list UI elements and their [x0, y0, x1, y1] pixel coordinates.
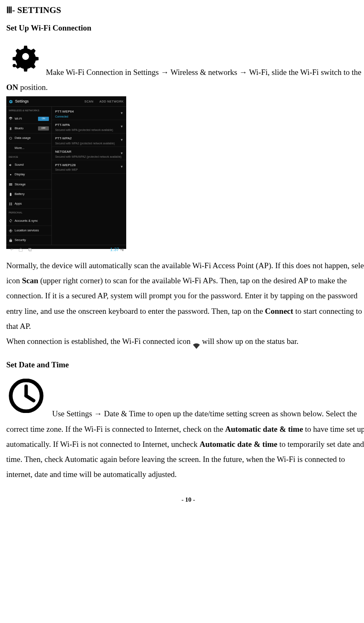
- network-name: PTT-WEP128: [55, 162, 123, 168]
- sidebar-item-display[interactable]: Display: [6, 170, 51, 179]
- text-bold: Scan: [22, 276, 38, 285]
- sidebar-item-location[interactable]: Location services: [6, 226, 51, 236]
- location-icon: [9, 229, 13, 233]
- wifi-body-paragraph-1: Normally, the device will automatically …: [6, 258, 364, 333]
- page-number: - 10 -: [6, 494, 364, 506]
- text-bold: ON: [6, 83, 18, 92]
- text-run: the Wi-Fi switch to the: [289, 68, 361, 77]
- sidebar-item-security[interactable]: Security: [6, 236, 51, 245]
- ss-add-network-button[interactable]: ADD NETWORK: [99, 100, 124, 103]
- text-bold: Automatic date & time: [199, 440, 277, 449]
- wifi-network-item[interactable]: PTT-WEP128 Secured with WEP ▾: [52, 160, 126, 174]
- text-run: Date & Time to open up the date/time set…: [102, 410, 280, 418]
- lock-icon: [9, 238, 13, 242]
- network-name: PTT-WEP64: [55, 108, 123, 115]
- sidebar-item-apps[interactable]: Apps: [6, 199, 51, 209]
- svg-rect-3: [10, 203, 10, 203]
- bluetooth-toggle[interactable]: OFF: [38, 126, 49, 131]
- sidebar-label: Data usage: [15, 135, 31, 141]
- sidebar-label: Accounts & sync: [15, 218, 38, 224]
- svg-rect-8: [29, 249, 31, 251]
- data-usage-icon: [9, 136, 13, 140]
- bluetooth-icon: [9, 127, 13, 131]
- text-run: When connection is established, the Wi-F…: [6, 337, 193, 346]
- sidebar-label: Apps: [15, 201, 22, 207]
- sidebar-item-battery[interactable]: Battery: [6, 190, 51, 199]
- back-icon[interactable]: [9, 247, 14, 252]
- sidebar-item-wifi[interactable]: Wi-Fi ON: [6, 114, 51, 124]
- svg-rect-6: [11, 204, 12, 205]
- wifi-connected-icon: [193, 339, 200, 345]
- arrow-icon: →: [94, 410, 102, 418]
- wifi-body-paragraph-2: When connection is established, the Wi-F…: [6, 334, 364, 349]
- network-status: Secured with WPA2 (protected network ava…: [55, 142, 123, 145]
- sidebar-label: Blueto: [15, 126, 23, 131]
- arrow-icon: →: [239, 68, 247, 77]
- page-title: Ⅲ- SETTINGS: [6, 4, 364, 16]
- text-run: Wireless & networks: [169, 68, 239, 77]
- wifi-network-item[interactable]: PTT-WPA Secured with WPA (protected netw…: [52, 120, 126, 133]
- wifi-network-item[interactable]: PTT-WEP64 Connected ▾: [52, 107, 126, 120]
- network-name: PTT-WPA2: [55, 135, 123, 141]
- sidebar-label: Security: [15, 237, 26, 243]
- sidebar-label: Battery: [15, 191, 25, 197]
- network-status: Secured with WPA/WPA2 (protected network…: [55, 155, 123, 159]
- svg-point-1: [10, 137, 12, 139]
- network-status: Secured with WPA (protected network avai…: [55, 128, 123, 132]
- wifi-signal-icon: ▾: [121, 163, 123, 170]
- sidebar-item-sound[interactable]: Sound: [6, 160, 51, 170]
- svg-point-2: [10, 174, 11, 175]
- network-status: Connected: [55, 115, 123, 118]
- arrow-icon: →: [161, 68, 169, 77]
- wifi-status-icon: ▾▮: [120, 247, 124, 252]
- text-bold: Automatic date & time: [225, 425, 303, 433]
- ss-scan-button[interactable]: SCAN: [84, 100, 93, 103]
- recents-icon[interactable]: [27, 247, 32, 252]
- text-bold: Connect: [265, 307, 293, 315]
- text-run: position.: [18, 83, 48, 92]
- sound-icon: [9, 163, 13, 167]
- sidebar-label: More...: [15, 145, 24, 151]
- sidebar-item-bluetooth[interactable]: Blueto OFF: [6, 124, 51, 133]
- battery-icon: [9, 192, 13, 196]
- datetime-paragraph: Use Settings → Date & Time to open up th…: [6, 379, 364, 482]
- apps-icon: [9, 202, 13, 206]
- sidebar-item-storage[interactable]: Storage: [6, 180, 51, 190]
- display-icon: [9, 173, 13, 177]
- wifi-setup-paragraph-1: Make Wi-Fi Connection in Settings → Wire…: [6, 44, 364, 95]
- sidebar-label: Wi-Fi: [15, 116, 22, 122]
- sidebar-label: Location services: [15, 228, 39, 233]
- settings-icon: [6, 44, 40, 77]
- wifi-network-item[interactable]: PTT-WPA2 Secured with WPA2 (protected ne…: [52, 133, 126, 147]
- sidebar-label: Sound: [15, 162, 24, 168]
- text-run: Make Wi-Fi Connection in Settings: [44, 68, 161, 77]
- wifi-network-item[interactable]: NETGEAR Secured with WPA/WPA2 (protected…: [52, 147, 126, 160]
- wifi-signal-icon: ▾: [121, 123, 123, 130]
- section-heading-wifi: Set Up Wi-Fi Connection: [6, 23, 364, 34]
- text-run: Use Settings: [50, 410, 94, 418]
- ss-time: 1:37 ▾▮: [110, 245, 124, 254]
- svg-rect-7: [28, 249, 31, 251]
- sidebar-item-accounts[interactable]: Accounts & sync: [6, 216, 51, 226]
- embedded-screenshot-settings: Settings SCAN ADD NETWORK WIRELESS & NET…: [6, 96, 126, 249]
- svg-point-0: [13, 64, 16, 67]
- network-status: Secured with WEP: [55, 168, 123, 172]
- svg-rect-5: [10, 204, 10, 205]
- ss-header: Settings SCAN ADD NETWORK: [6, 96, 126, 107]
- home-icon[interactable]: [18, 247, 23, 252]
- text-run: Wi-Fi, slide: [247, 68, 288, 77]
- svg-line-11: [26, 396, 34, 400]
- ss-header-title: Settings: [15, 98, 29, 105]
- storage-icon: [9, 182, 13, 186]
- wifi-signal-icon: ▾: [121, 136, 123, 144]
- ss-section-label: WIRELESS & NETWORKS: [6, 107, 51, 114]
- sidebar-label: Storage: [15, 182, 25, 187]
- ss-section-label: DEVICE: [6, 153, 51, 160]
- sidebar-item-data[interactable]: Data usage: [6, 133, 51, 143]
- sidebar-item-more[interactable]: More...: [6, 144, 51, 153]
- ss-section-label: PERSONAL: [6, 209, 51, 216]
- clock-icon: [6, 379, 46, 418]
- wifi-toggle[interactable]: ON: [38, 117, 49, 121]
- network-name: PTT-WPA: [55, 122, 123, 128]
- svg-rect-4: [11, 203, 12, 203]
